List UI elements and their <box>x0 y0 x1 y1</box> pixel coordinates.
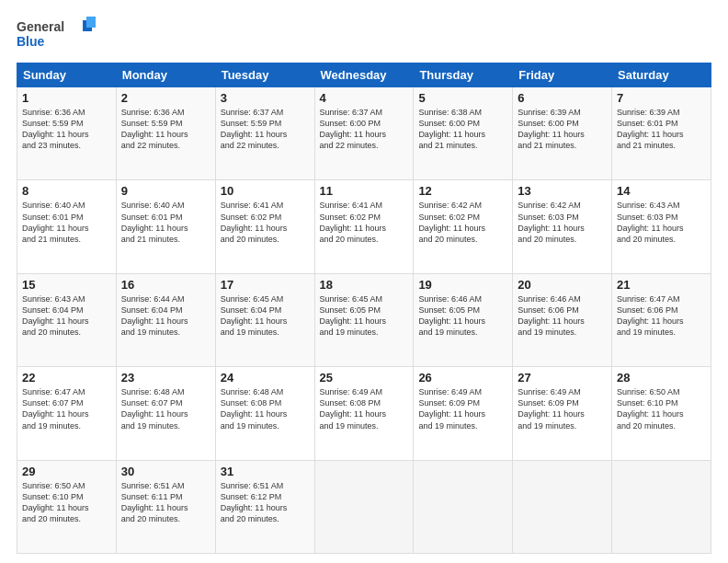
day-number: 29 <box>22 465 111 478</box>
day-cell: 20Sunrise: 6:46 AM Sunset: 6:06 PM Dayli… <box>513 273 612 366</box>
day-number: 1 <box>22 91 111 105</box>
day-info: Sunrise: 6:39 AM Sunset: 6:00 PM Dayligh… <box>518 107 607 152</box>
day-info: Sunrise: 6:51 AM Sunset: 6:11 PM Dayligh… <box>121 480 210 525</box>
header-row: SundayMondayTuesdayWednesdayThursdayFrid… <box>17 63 711 87</box>
day-cell: 30Sunrise: 6:51 AM Sunset: 6:11 PM Dayli… <box>116 460 215 553</box>
day-cell: 12Sunrise: 6:42 AM Sunset: 6:02 PM Dayli… <box>414 180 513 273</box>
day-number: 17 <box>221 278 310 292</box>
day-cell: 25Sunrise: 6:49 AM Sunset: 6:08 PM Dayli… <box>314 367 414 460</box>
day-cell: 9Sunrise: 6:40 AM Sunset: 6:01 PM Daylig… <box>116 180 215 273</box>
day-number: 16 <box>121 278 210 292</box>
day-cell: 8Sunrise: 6:40 AM Sunset: 6:01 PM Daylig… <box>17 180 117 273</box>
day-info: Sunrise: 6:47 AM Sunset: 6:07 PM Dayligh… <box>22 386 111 431</box>
day-info: Sunrise: 6:49 AM Sunset: 6:09 PM Dayligh… <box>418 386 507 431</box>
svg-text:Blue: Blue <box>17 34 45 49</box>
day-number: 21 <box>617 278 706 292</box>
day-info: Sunrise: 6:46 AM Sunset: 6:06 PM Dayligh… <box>518 293 607 339</box>
day-cell: 11Sunrise: 6:41 AM Sunset: 6:02 PM Dayli… <box>314 180 414 273</box>
header-day-monday: Monday <box>116 63 215 87</box>
day-info: Sunrise: 6:42 AM Sunset: 6:03 PM Dayligh… <box>518 200 607 245</box>
logo-svg: General Blue <box>17 15 99 52</box>
page: General Blue SundayMondayTuesdayWednesda… <box>0 0 728 563</box>
day-info: Sunrise: 6:40 AM Sunset: 6:01 PM Dayligh… <box>121 200 210 245</box>
day-number: 3 <box>221 91 310 105</box>
day-number: 7 <box>617 91 706 105</box>
day-number: 12 <box>418 184 507 198</box>
header: General Blue <box>17 15 711 55</box>
day-number: 22 <box>22 371 111 385</box>
day-cell: 24Sunrise: 6:48 AM Sunset: 6:08 PM Dayli… <box>215 367 314 460</box>
day-number: 9 <box>121 184 210 198</box>
day-number: 25 <box>320 371 409 385</box>
day-cell: 6Sunrise: 6:39 AM Sunset: 6:00 PM Daylig… <box>513 87 612 180</box>
header-day-thursday: Thursday <box>414 63 513 87</box>
day-number: 2 <box>121 91 210 105</box>
day-cell: 17Sunrise: 6:45 AM Sunset: 6:04 PM Dayli… <box>215 273 314 366</box>
day-info: Sunrise: 6:36 AM Sunset: 5:59 PM Dayligh… <box>121 107 210 152</box>
day-cell: 21Sunrise: 6:47 AM Sunset: 6:06 PM Dayli… <box>612 273 711 366</box>
day-info: Sunrise: 6:43 AM Sunset: 6:04 PM Dayligh… <box>22 293 111 339</box>
day-cell: 31Sunrise: 6:51 AM Sunset: 6:12 PM Dayli… <box>215 460 314 553</box>
day-info: Sunrise: 6:44 AM Sunset: 6:04 PM Dayligh… <box>121 293 210 339</box>
day-cell: 13Sunrise: 6:42 AM Sunset: 6:03 PM Dayli… <box>513 180 612 273</box>
day-info: Sunrise: 6:46 AM Sunset: 6:05 PM Dayligh… <box>418 293 507 339</box>
day-info: Sunrise: 6:51 AM Sunset: 6:12 PM Dayligh… <box>221 480 310 525</box>
day-cell: 14Sunrise: 6:43 AM Sunset: 6:03 PM Dayli… <box>612 180 711 273</box>
day-cell <box>414 460 513 553</box>
day-number: 31 <box>221 465 310 478</box>
day-info: Sunrise: 6:50 AM Sunset: 6:10 PM Dayligh… <box>22 480 111 525</box>
day-number: 14 <box>617 184 706 198</box>
day-cell: 23Sunrise: 6:48 AM Sunset: 6:07 PM Dayli… <box>116 367 215 460</box>
week-row-5: 29Sunrise: 6:50 AM Sunset: 6:10 PM Dayli… <box>17 460 711 553</box>
day-number: 27 <box>518 371 607 385</box>
day-number: 8 <box>22 184 111 198</box>
day-cell: 18Sunrise: 6:45 AM Sunset: 6:05 PM Dayli… <box>314 273 414 366</box>
day-info: Sunrise: 6:40 AM Sunset: 6:01 PM Dayligh… <box>22 200 111 245</box>
day-cell: 4Sunrise: 6:37 AM Sunset: 6:00 PM Daylig… <box>314 87 414 180</box>
week-row-2: 8Sunrise: 6:40 AM Sunset: 6:01 PM Daylig… <box>17 180 711 273</box>
day-cell: 22Sunrise: 6:47 AM Sunset: 6:07 PM Dayli… <box>17 367 117 460</box>
day-number: 24 <box>221 371 310 385</box>
day-info: Sunrise: 6:38 AM Sunset: 6:00 PM Dayligh… <box>418 107 507 152</box>
day-number: 19 <box>418 278 507 292</box>
calendar-header: SundayMondayTuesdayWednesdayThursdayFrid… <box>17 63 711 87</box>
logo: General Blue <box>17 15 99 55</box>
day-info: Sunrise: 6:49 AM Sunset: 6:08 PM Dayligh… <box>320 386 409 431</box>
calendar-table: SundayMondayTuesdayWednesdayThursdayFrid… <box>17 63 711 554</box>
day-cell: 27Sunrise: 6:49 AM Sunset: 6:09 PM Dayli… <box>513 367 612 460</box>
calendar-body: 1Sunrise: 6:36 AM Sunset: 5:59 PM Daylig… <box>17 87 711 554</box>
logo-block: General Blue <box>17 15 99 55</box>
day-number: 13 <box>518 184 607 198</box>
svg-marker-2 <box>86 17 96 28</box>
day-number: 6 <box>518 91 607 105</box>
day-cell <box>513 460 612 553</box>
day-number: 26 <box>418 371 507 385</box>
svg-text:General: General <box>17 19 64 34</box>
day-info: Sunrise: 6:49 AM Sunset: 6:09 PM Dayligh… <box>518 386 607 431</box>
day-info: Sunrise: 6:43 AM Sunset: 6:03 PM Dayligh… <box>617 200 706 245</box>
day-cell: 15Sunrise: 6:43 AM Sunset: 6:04 PM Dayli… <box>17 273 117 366</box>
header-day-friday: Friday <box>513 63 612 87</box>
day-cell <box>314 460 414 553</box>
week-row-3: 15Sunrise: 6:43 AM Sunset: 6:04 PM Dayli… <box>17 273 711 366</box>
day-number: 4 <box>320 91 409 105</box>
day-info: Sunrise: 6:39 AM Sunset: 6:01 PM Dayligh… <box>617 107 706 152</box>
header-day-tuesday: Tuesday <box>215 63 314 87</box>
day-info: Sunrise: 6:45 AM Sunset: 6:05 PM Dayligh… <box>320 293 409 339</box>
day-info: Sunrise: 6:48 AM Sunset: 6:07 PM Dayligh… <box>121 386 210 431</box>
header-day-saturday: Saturday <box>612 63 711 87</box>
day-cell: 3Sunrise: 6:37 AM Sunset: 5:59 PM Daylig… <box>215 87 314 180</box>
day-number: 18 <box>320 278 409 292</box>
day-cell <box>612 460 711 553</box>
day-cell: 29Sunrise: 6:50 AM Sunset: 6:10 PM Dayli… <box>17 460 117 553</box>
day-number: 15 <box>22 278 111 292</box>
day-info: Sunrise: 6:37 AM Sunset: 6:00 PM Dayligh… <box>320 107 409 152</box>
header-day-wednesday: Wednesday <box>314 63 414 87</box>
day-cell: 1Sunrise: 6:36 AM Sunset: 5:59 PM Daylig… <box>17 87 117 180</box>
day-number: 23 <box>121 371 210 385</box>
day-info: Sunrise: 6:42 AM Sunset: 6:02 PM Dayligh… <box>418 200 507 245</box>
day-info: Sunrise: 6:41 AM Sunset: 6:02 PM Dayligh… <box>320 200 409 245</box>
day-info: Sunrise: 6:41 AM Sunset: 6:02 PM Dayligh… <box>221 200 310 245</box>
day-cell: 28Sunrise: 6:50 AM Sunset: 6:10 PM Dayli… <box>612 367 711 460</box>
day-info: Sunrise: 6:47 AM Sunset: 6:06 PM Dayligh… <box>617 293 706 339</box>
